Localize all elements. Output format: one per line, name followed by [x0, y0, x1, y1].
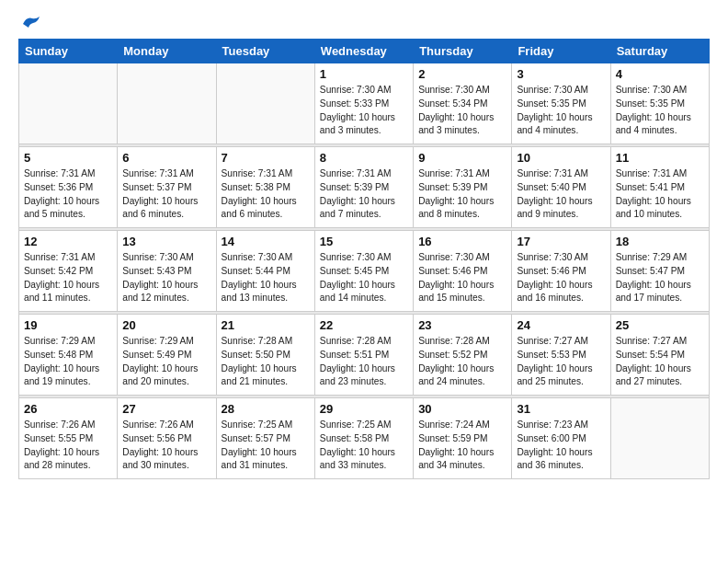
calendar: Sunday Monday Tuesday Wednesday Thursday…: [18, 39, 710, 479]
day-number: 22: [320, 318, 408, 332]
week-row-3: 12Sunrise: 7:31 AM Sunset: 5:42 PM Dayli…: [19, 231, 710, 312]
day-number: 1: [320, 67, 408, 81]
day-cell: 8Sunrise: 7:31 AM Sunset: 5:39 PM Daylig…: [314, 147, 413, 228]
day-cell: 21Sunrise: 7:28 AM Sunset: 5:50 PM Dayli…: [216, 315, 314, 396]
header: [18, 18, 710, 26]
logo-bird-icon: [21, 15, 41, 31]
day-info: Sunrise: 7:31 AM Sunset: 5:42 PM Dayligh…: [24, 251, 112, 305]
day-info: Sunrise: 7:31 AM Sunset: 5:40 PM Dayligh…: [517, 167, 605, 222]
weekday-header-row: Sunday Monday Tuesday Wednesday Thursday…: [19, 40, 710, 63]
day-cell: [19, 63, 118, 144]
day-info: Sunrise: 7:29 AM Sunset: 5:47 PM Dayligh…: [616, 251, 704, 305]
day-number: 13: [122, 235, 210, 248]
day-number: 11: [616, 151, 704, 165]
day-info: Sunrise: 7:30 AM Sunset: 5:33 PM Dayligh…: [320, 84, 408, 138]
day-cell: 29Sunrise: 7:25 AM Sunset: 5:58 PM Dayli…: [314, 398, 413, 479]
day-info: Sunrise: 7:27 AM Sunset: 5:53 PM Dayligh…: [517, 335, 605, 389]
day-info: Sunrise: 7:28 AM Sunset: 5:50 PM Dayligh…: [222, 335, 310, 389]
day-cell: 7Sunrise: 7:31 AM Sunset: 5:38 PM Daylig…: [216, 147, 314, 228]
header-wednesday: Wednesday: [314, 40, 413, 63]
day-info: Sunrise: 7:30 AM Sunset: 5:43 PM Dayligh…: [122, 251, 210, 305]
day-cell: 1Sunrise: 7:30 AM Sunset: 5:33 PM Daylig…: [314, 63, 413, 144]
day-cell: [610, 398, 709, 479]
header-tuesday: Tuesday: [216, 40, 314, 63]
day-info: Sunrise: 7:31 AM Sunset: 5:41 PM Dayligh…: [616, 167, 704, 222]
day-number: 4: [616, 67, 704, 81]
day-number: 3: [517, 67, 605, 81]
day-cell: [216, 63, 314, 144]
week-row-2: 5Sunrise: 7:31 AM Sunset: 5:36 PM Daylig…: [19, 147, 710, 228]
day-cell: 10Sunrise: 7:31 AM Sunset: 5:40 PM Dayli…: [512, 147, 610, 228]
header-sunday: Sunday: [19, 40, 118, 63]
header-friday: Friday: [512, 40, 610, 63]
day-info: Sunrise: 7:30 AM Sunset: 5:35 PM Dayligh…: [517, 84, 605, 138]
day-info: Sunrise: 7:26 AM Sunset: 5:55 PM Dayligh…: [24, 419, 112, 473]
day-cell: 9Sunrise: 7:31 AM Sunset: 5:39 PM Daylig…: [414, 147, 512, 228]
day-info: Sunrise: 7:30 AM Sunset: 5:46 PM Dayligh…: [517, 251, 605, 305]
day-info: Sunrise: 7:25 AM Sunset: 5:58 PM Dayligh…: [320, 419, 408, 473]
day-info: Sunrise: 7:24 AM Sunset: 5:59 PM Dayligh…: [418, 419, 506, 473]
header-monday: Monday: [118, 40, 216, 63]
day-number: 15: [320, 235, 408, 248]
day-number: 20: [122, 318, 210, 332]
week-row-4: 19Sunrise: 7:29 AM Sunset: 5:48 PM Dayli…: [19, 315, 710, 396]
day-info: Sunrise: 7:30 AM Sunset: 5:45 PM Dayligh…: [320, 251, 408, 305]
day-cell: 5Sunrise: 7:31 AM Sunset: 5:36 PM Daylig…: [19, 147, 118, 228]
day-number: 30: [418, 402, 506, 416]
day-info: Sunrise: 7:31 AM Sunset: 5:37 PM Dayligh…: [122, 167, 210, 222]
day-number: 12: [24, 235, 112, 248]
day-number: 2: [418, 67, 506, 81]
day-number: 6: [122, 151, 210, 165]
header-thursday: Thursday: [414, 40, 512, 63]
day-info: Sunrise: 7:30 AM Sunset: 5:35 PM Dayligh…: [616, 84, 704, 138]
week-row-5: 26Sunrise: 7:26 AM Sunset: 5:55 PM Dayli…: [19, 398, 710, 479]
day-info: Sunrise: 7:31 AM Sunset: 5:39 PM Dayligh…: [418, 167, 506, 222]
day-info: Sunrise: 7:28 AM Sunset: 5:52 PM Dayligh…: [418, 335, 506, 389]
day-info: Sunrise: 7:28 AM Sunset: 5:51 PM Dayligh…: [320, 335, 408, 389]
day-cell: 27Sunrise: 7:26 AM Sunset: 5:56 PM Dayli…: [118, 398, 216, 479]
day-number: 14: [222, 235, 310, 248]
day-cell: 17Sunrise: 7:30 AM Sunset: 5:46 PM Dayli…: [512, 231, 610, 312]
day-cell: 3Sunrise: 7:30 AM Sunset: 5:35 PM Daylig…: [512, 63, 610, 144]
day-info: Sunrise: 7:29 AM Sunset: 5:48 PM Dayligh…: [24, 335, 112, 389]
day-info: Sunrise: 7:27 AM Sunset: 5:54 PM Dayligh…: [616, 335, 704, 389]
day-number: 10: [517, 151, 605, 165]
day-number: 7: [222, 151, 310, 165]
day-cell: 13Sunrise: 7:30 AM Sunset: 5:43 PM Dayli…: [118, 231, 216, 312]
day-number: 5: [24, 151, 112, 165]
logo: [18, 18, 41, 26]
day-number: 19: [24, 318, 112, 332]
day-number: 9: [418, 151, 506, 165]
day-cell: 26Sunrise: 7:26 AM Sunset: 5:55 PM Dayli…: [19, 398, 118, 479]
day-cell: 11Sunrise: 7:31 AM Sunset: 5:41 PM Dayli…: [610, 147, 709, 228]
day-number: 31: [517, 402, 605, 416]
day-number: 21: [222, 318, 310, 332]
day-info: Sunrise: 7:26 AM Sunset: 5:56 PM Dayligh…: [122, 419, 210, 473]
day-number: 18: [616, 235, 704, 248]
day-info: Sunrise: 7:31 AM Sunset: 5:36 PM Dayligh…: [24, 167, 112, 222]
week-row-1: 1Sunrise: 7:30 AM Sunset: 5:33 PM Daylig…: [19, 63, 710, 144]
day-number: 25: [616, 318, 704, 332]
day-number: 23: [418, 318, 506, 332]
day-info: Sunrise: 7:31 AM Sunset: 5:38 PM Dayligh…: [222, 167, 310, 222]
day-cell: 25Sunrise: 7:27 AM Sunset: 5:54 PM Dayli…: [610, 315, 709, 396]
day-number: 29: [320, 402, 408, 416]
day-cell: 20Sunrise: 7:29 AM Sunset: 5:49 PM Dayli…: [118, 315, 216, 396]
day-info: Sunrise: 7:30 AM Sunset: 5:46 PM Dayligh…: [418, 251, 506, 305]
day-cell: 18Sunrise: 7:29 AM Sunset: 5:47 PM Dayli…: [610, 231, 709, 312]
day-cell: 12Sunrise: 7:31 AM Sunset: 5:42 PM Dayli…: [19, 231, 118, 312]
day-cell: 15Sunrise: 7:30 AM Sunset: 5:45 PM Dayli…: [314, 231, 413, 312]
day-cell: 19Sunrise: 7:29 AM Sunset: 5:48 PM Dayli…: [19, 315, 118, 396]
day-info: Sunrise: 7:31 AM Sunset: 5:39 PM Dayligh…: [320, 167, 408, 222]
day-cell: [118, 63, 216, 144]
day-info: Sunrise: 7:30 AM Sunset: 5:44 PM Dayligh…: [222, 251, 310, 305]
day-cell: 30Sunrise: 7:24 AM Sunset: 5:59 PM Dayli…: [414, 398, 512, 479]
day-number: 8: [320, 151, 408, 165]
day-info: Sunrise: 7:23 AM Sunset: 6:00 PM Dayligh…: [517, 419, 605, 473]
day-cell: 2Sunrise: 7:30 AM Sunset: 5:34 PM Daylig…: [414, 63, 512, 144]
day-cell: 23Sunrise: 7:28 AM Sunset: 5:52 PM Dayli…: [414, 315, 512, 396]
day-info: Sunrise: 7:29 AM Sunset: 5:49 PM Dayligh…: [122, 335, 210, 389]
day-cell: 28Sunrise: 7:25 AM Sunset: 5:57 PM Dayli…: [216, 398, 314, 479]
day-info: Sunrise: 7:30 AM Sunset: 5:34 PM Dayligh…: [418, 84, 506, 138]
day-cell: 24Sunrise: 7:27 AM Sunset: 5:53 PM Dayli…: [512, 315, 610, 396]
